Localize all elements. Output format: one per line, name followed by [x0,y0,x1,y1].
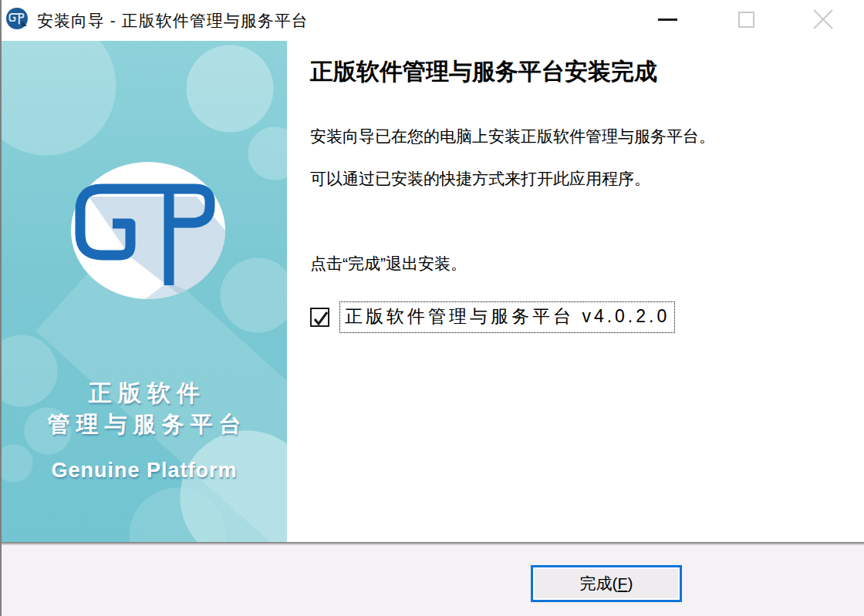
exit-hint-text: 点击“完成”退出安装。 [310,253,467,274]
checkmark-icon [312,310,329,326]
page-title: 正版软件管理与服务平台安装完成 [310,56,657,88]
sidebar-title-line1: 正版软件 [2,378,287,409]
footer-bar: 完成(F) [2,545,864,616]
close-icon [813,9,833,29]
launch-checkbox-label[interactable]: 正版软件管理与服务平台 v4.0.2.0 [339,301,675,333]
finish-button-label-suffix: ) [627,574,633,593]
launch-app-row[interactable]: 正版软件管理与服务平台 v4.0.2.0 [310,301,675,333]
maximize-button[interactable] [719,0,773,39]
sidebar-banner: 正版软件 管理与服务平台 Genuine Platform [2,41,287,542]
finish-button[interactable]: 完成(F) [531,565,682,602]
sidebar-title-line2: 管理与服务平台 [2,409,287,440]
finish-button-label: 完成( [580,573,618,594]
minimize-button[interactable] [640,0,694,39]
title-bar: 安装向导 - 正版软件管理与服务平台 [2,0,864,41]
close-button[interactable] [796,0,850,39]
sidebar-subtitle-en: Genuine Platform [2,459,287,483]
body-text-line1: 安装向导已在您的电脑上安装正版软件管理与服务平台。 [310,126,715,147]
minimize-icon [658,19,677,21]
finish-button-mnemonic: F [618,574,628,593]
launch-checkbox[interactable] [310,308,329,327]
body-text-line2: 可以通过已安装的快捷方式来打开此应用程序。 [310,168,650,190]
installer-window: { "window": { "title": "安装向导 - 正版软件管理与服务… [0,0,864,616]
window-title: 安装向导 - 正版软件管理与服务平台 [37,0,309,41]
maximize-icon [738,12,754,28]
app-logo-icon [5,7,29,30]
gp-logo [71,162,225,299]
main-panel: 正版软件管理与服务平台安装完成 安装向导已在您的电脑上安装正版软件管理与服务平台… [289,41,864,542]
